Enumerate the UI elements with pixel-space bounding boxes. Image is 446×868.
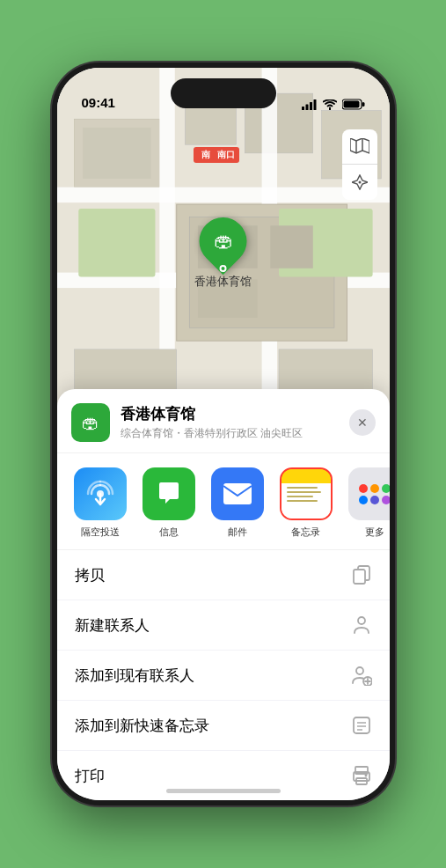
- wifi-icon: [323, 99, 337, 110]
- mail-icon: [211, 467, 264, 520]
- action-add-contact[interactable]: 添加到现有联系人: [57, 651, 390, 701]
- venue-info: 香港体育馆 综合体育馆・香港特别行政区 油尖旺区: [121, 404, 349, 441]
- venue-description: 综合体育馆・香港特别行政区 油尖旺区: [121, 426, 349, 441]
- map-type-icon: [350, 138, 369, 156]
- person-icon: [351, 614, 372, 636]
- share-app-notes[interactable]: 备忘录: [272, 467, 340, 539]
- svg-rect-13: [57, 188, 390, 202]
- messages-label: 信息: [159, 526, 179, 539]
- svg-rect-32: [223, 483, 252, 504]
- notes-icon: [280, 467, 333, 520]
- copy-icon: [351, 564, 372, 585]
- share-app-messages[interactable]: 信息: [135, 467, 203, 539]
- svg-rect-6: [343, 101, 359, 108]
- home-indicator: [166, 789, 281, 793]
- svg-rect-0: [302, 107, 304, 110]
- action-quick-note[interactable]: 添加到新快速备忘录: [57, 701, 390, 751]
- bottom-sheet: 🏟 香港体育馆 综合体育馆・香港特别行政区 油尖旺区 ✕: [57, 389, 390, 800]
- action-new-contact-label: 新建联系人: [75, 615, 150, 636]
- action-add-contact-label: 添加到现有联系人: [75, 666, 194, 686]
- svg-rect-1: [305, 104, 308, 110]
- more-label: 更多: [365, 526, 384, 539]
- more-icon: [348, 467, 390, 520]
- notes-label: 备忘录: [291, 526, 320, 539]
- map-controls[interactable]: [342, 129, 377, 200]
- svg-rect-3: [313, 99, 316, 110]
- metro-label: 南 南口: [194, 147, 240, 163]
- svg-point-47: [364, 775, 367, 777]
- share-app-mail[interactable]: 邮件: [203, 467, 272, 539]
- svg-point-35: [358, 617, 365, 624]
- action-copy-label: 拷贝: [75, 565, 105, 585]
- messages-icon: [143, 467, 195, 520]
- signal-icon: [302, 99, 318, 110]
- svg-point-36: [356, 667, 363, 674]
- airdrop-icon: [74, 467, 127, 520]
- svg-rect-24: [270, 225, 312, 268]
- close-button[interactable]: ✕: [349, 409, 376, 436]
- status-time: 09:41: [82, 95, 115, 110]
- marker-label: 香港体育馆: [194, 274, 252, 290]
- action-copy[interactable]: 拷贝: [57, 550, 390, 600]
- svg-rect-9: [83, 128, 151, 179]
- svg-rect-34: [354, 570, 365, 584]
- action-quick-note-label: 添加到新快速备忘录: [75, 716, 209, 736]
- action-new-contact[interactable]: 新建联系人: [57, 600, 390, 651]
- venue-header: 🏟 香港体育馆 综合体育馆・香港特别行政区 油尖旺区 ✕: [57, 389, 390, 453]
- action-print-label: 打印: [75, 766, 105, 786]
- svg-rect-40: [354, 717, 369, 733]
- svg-point-29: [358, 181, 361, 184]
- svg-rect-19: [78, 209, 155, 277]
- mail-label: 邮件: [228, 526, 247, 539]
- share-app-airdrop[interactable]: 隔空投送: [66, 467, 135, 539]
- svg-marker-26: [350, 138, 369, 153]
- print-icon: [351, 765, 372, 786]
- location-icon: [352, 174, 368, 190]
- phone-screen: 09:41: [57, 68, 390, 800]
- svg-rect-2: [310, 102, 312, 110]
- stadium-icon: 🏟: [214, 230, 233, 253]
- venue-logo: 🏟: [71, 403, 110, 442]
- map-type-button[interactable]: [342, 129, 377, 165]
- phone-frame: 09:41: [52, 63, 395, 805]
- messages-svg: [154, 479, 184, 509]
- svg-rect-5: [362, 102, 364, 107]
- map-area: 南 南口: [57, 68, 390, 438]
- location-marker: 🏟 香港体育馆: [194, 217, 252, 290]
- share-app-more[interactable]: 更多: [340, 467, 390, 539]
- note-icon: [351, 715, 372, 736]
- airdrop-svg: [86, 480, 114, 508]
- venue-name: 香港体育馆: [121, 404, 349, 424]
- marker-dot: [220, 265, 227, 272]
- share-apps-row: 隔空投送 信息: [57, 453, 390, 550]
- venue-logo-icon: 🏟: [82, 413, 99, 433]
- location-button[interactable]: [342, 165, 377, 200]
- battery-icon: [342, 99, 365, 110]
- airdrop-label: 隔空投送: [81, 526, 120, 539]
- mail-svg: [222, 482, 253, 506]
- add-person-icon: [351, 665, 372, 686]
- dynamic-island: [171, 78, 276, 108]
- status-icons: [302, 99, 365, 110]
